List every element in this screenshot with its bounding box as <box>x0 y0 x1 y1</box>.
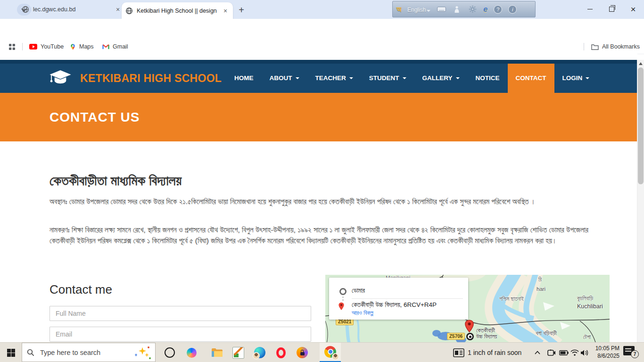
map-directions-card: ডোমার কেতকীবাড়ী উচ্চ বিদ্যালয়, 6RCV+R4… <box>329 278 468 320</box>
windows-logo-icon <box>7 349 15 357</box>
image-editor-icon <box>232 347 244 359</box>
news-weather-icon[interactable] <box>452 343 466 362</box>
school-heading: কেতকীবাড়ীতা মাধ্যমিক বিদ্যালয় <box>50 171 182 190</box>
show-hidden-icons-chevron[interactable] <box>532 343 543 362</box>
google-maps-pin-icon <box>70 43 76 51</box>
avro-browser-icon[interactable]: e <box>483 5 487 14</box>
nav-gallery[interactable]: GALLERY <box>414 64 468 93</box>
site-brand[interactable]: KETKIBARI HIGH SCHOOL <box>80 64 222 93</box>
notification-badge[interactable]: 7 <box>631 350 639 358</box>
cortana-icon <box>165 347 175 358</box>
opera-button[interactable] <box>270 343 292 362</box>
info-icon[interactable] <box>508 5 517 14</box>
nav-about[interactable]: ABOUT <box>262 64 307 93</box>
nav-contact-active[interactable]: CONTACT <box>508 64 554 93</box>
avro-keyboard-icon[interactable]: অ <box>396 5 401 14</box>
globe-favicon-icon <box>125 7 133 15</box>
folder-icon <box>591 44 599 50</box>
tab-close-icon[interactable] <box>222 7 229 15</box>
tab-strip: lec.dgwc.edu.bd Ketkibari High School ||… <box>0 0 644 19</box>
chevron-down-icon <box>427 10 430 12</box>
window-minimize-button[interactable] <box>579 0 601 18</box>
lock-icon <box>300 352 305 355</box>
route-dot <box>342 299 344 301</box>
clock-date: 8/6/2025 <box>589 352 619 360</box>
file-explorer-button[interactable] <box>206 343 228 362</box>
copilot-icon <box>187 348 197 358</box>
taskbar-search-input[interactable] <box>39 348 134 357</box>
google-map-embed[interactable]: Manikgani রি hari পশ্চিম ছাতনাই কুচলিবাড… <box>325 275 610 342</box>
divider <box>352 298 463 299</box>
graduation-cap-icon[interactable] <box>49 69 72 88</box>
destination-pin-icon <box>338 302 345 311</box>
main-menu: HOME ABOUT TEACHER STUDENT GALLERY NOTIC… <box>226 64 597 93</box>
nav-login[interactable]: LOGIN <box>554 64 598 93</box>
map-origin-text: ডোমার <box>352 287 365 295</box>
map-label-kuchlibari-bn: কুচলিবাড়ি <box>577 296 593 302</box>
map-label-school-marker: কেতকীবাড়ী উচ্চ বিদ্যালয় <box>476 328 497 340</box>
tab-ketkibari-active[interactable]: Ketkibari High School || design <box>122 2 233 19</box>
nav-notice[interactable]: NOTICE <box>468 64 508 93</box>
window-restore-button[interactable] <box>601 0 622 18</box>
new-tab-button[interactable] <box>236 4 247 16</box>
edge-button[interactable] <box>249 343 271 362</box>
route-dot <box>342 296 344 298</box>
map-marker-pin-icon[interactable] <box>464 320 474 333</box>
all-bookmarks-button[interactable]: All Bookmarks <box>591 42 640 51</box>
youtube-icon <box>29 44 37 49</box>
image-editor-button[interactable] <box>227 343 249 362</box>
start-button[interactable] <box>0 343 22 362</box>
taskbar-clock[interactable]: 10:05 PM 8/6/2025 <box>589 345 619 360</box>
taskbar-search-box[interactable] <box>22 343 156 362</box>
bookmark-gmail[interactable]: Gmail <box>102 42 128 51</box>
email-input[interactable] <box>50 327 311 342</box>
nav-student[interactable]: STUDENT <box>361 64 414 93</box>
weather-status-text[interactable]: 1 inch of rain soon <box>468 343 521 362</box>
avro-assistant-icon[interactable] <box>452 5 462 14</box>
naming-paragraph: নামকরণঃ শিক্ষা বিস্তারের লক্ষ্য সামনে রে… <box>50 224 588 246</box>
copilot-button[interactable] <box>181 343 202 362</box>
opera-icon <box>276 347 286 358</box>
avast-browser-button[interactable] <box>291 343 313 362</box>
windows-taskbar: 1 inch of rain soon 10:05 PM 8/6/2025 7 <box>0 342 644 362</box>
map-more-options-link[interactable]: আরও বিকল্প <box>352 310 373 317</box>
map-label-partial-bn: রি <box>538 277 542 283</box>
search-highlights-sparkle-icon[interactable] <box>134 346 150 359</box>
cortana-button[interactable] <box>159 343 181 362</box>
chevron-down-icon <box>296 77 299 79</box>
page-banner: CONTACT US <box>0 93 637 141</box>
map-destination-dot <box>466 333 474 340</box>
profile-badge <box>253 352 260 359</box>
chrome-button-active[interactable] <box>320 343 341 362</box>
nav-home[interactable]: HOME <box>226 64 262 93</box>
divider <box>584 43 584 50</box>
nav-teacher[interactable]: TEACHER <box>307 64 361 93</box>
bookmark-youtube[interactable]: YouTube <box>29 42 64 51</box>
wifi-icon[interactable] <box>570 343 580 362</box>
scroll-up-arrow-icon[interactable] <box>639 62 643 65</box>
tab-title: lec.dgwc.edu.bd <box>33 6 110 13</box>
map-label-tepa: টেপা <box>583 334 591 340</box>
tab-lec-dgwc[interactable]: lec.dgwc.edu.bd <box>19 3 124 16</box>
tab-close-icon[interactable] <box>114 6 122 13</box>
apps-grid-icon[interactable] <box>8 42 16 51</box>
keyboard-layout-icon[interactable] <box>437 5 446 14</box>
battery-icon[interactable] <box>558 343 570 362</box>
meet-now-icon[interactable] <box>546 343 557 362</box>
help-icon[interactable] <box>494 5 502 14</box>
map-label-west-chhatnai: পশ্চিম ছাতনাই <box>498 296 525 303</box>
page-scrollbar[interactable] <box>637 60 644 342</box>
volume-icon[interactable] <box>579 343 590 362</box>
language-selector[interactable]: English <box>407 5 430 14</box>
settings-gear-icon[interactable] <box>468 5 477 14</box>
divider <box>22 43 23 50</box>
folder-icon <box>211 348 223 357</box>
full-name-input[interactable] <box>50 306 311 321</box>
scrollbar-thumb[interactable] <box>638 67 644 184</box>
tab-title: Ketkibari High School || design <box>137 8 218 14</box>
profile-badge <box>332 353 339 360</box>
map-label-khaga-kharibari: খগা খড়িবাড়ী <box>536 330 557 337</box>
globe-favicon-icon <box>22 6 29 13</box>
window-close-button[interactable] <box>622 0 644 18</box>
bookmark-maps[interactable]: Maps <box>70 42 94 51</box>
